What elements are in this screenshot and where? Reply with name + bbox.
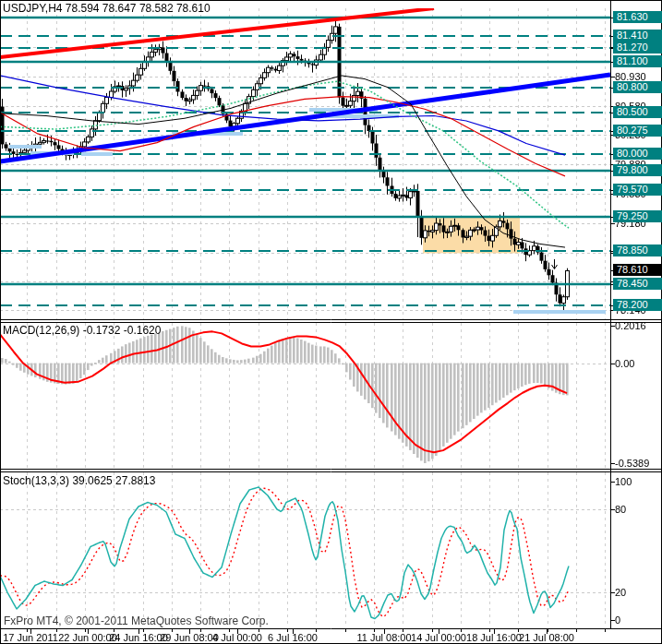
mt4-chart-window: USDJPY,H4 78.594 78.647 78.582 78.610 MA… bbox=[0, 0, 662, 644]
price-chart-canvas[interactable] bbox=[0, 0, 662, 644]
